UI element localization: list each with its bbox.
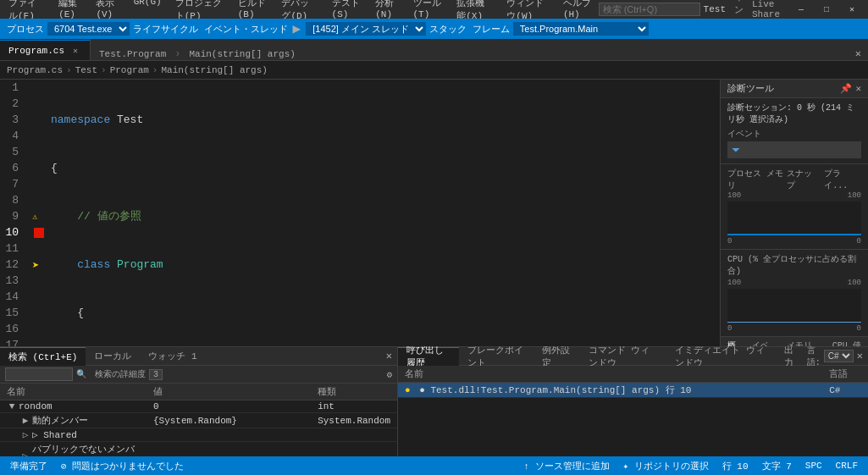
col-name: 名前 <box>0 384 147 400</box>
tab-command[interactable]: コマンド ウィンドウ <box>580 347 667 366</box>
debug-process-select[interactable]: 6704 Test.exe <box>47 22 130 36</box>
status-ready[interactable]: 準備完了 <box>7 460 51 472</box>
code-line-2: { <box>51 160 720 176</box>
breadcrumb-test-program[interactable]: Test.Program <box>99 49 166 59</box>
status-col[interactable]: 文字 7 <box>759 460 795 472</box>
breadcrumb-namespace[interactable]: Test <box>75 65 97 75</box>
event-icon: ⏷ <box>731 144 741 157</box>
row-name-nonpublic: ▷ パブリックでないメンバー <box>0 442 147 457</box>
memory-max-r: 100 <box>848 191 861 200</box>
window-controls: — □ ✕ <box>788 0 865 19</box>
call-col-name: 名前 <box>398 366 822 383</box>
close-button[interactable]: ✕ <box>839 0 865 19</box>
right-panel-header: 診断ツール 📌 ✕ <box>721 80 868 98</box>
tab-output[interactable]: 出力 <box>776 347 807 366</box>
debug-process-label: プロセス <box>7 23 44 36</box>
status-encoding[interactable]: CRLF <box>832 461 861 471</box>
bottom-right-content[interactable]: 名前 言語 ● ● Test.dll!Test.Program.Main(str… <box>398 366 868 456</box>
right-panel-close[interactable]: ✕ <box>855 83 861 94</box>
status-line[interactable]: 行 10 <box>719 460 752 472</box>
locals-table: 名前 値 種類 ▼ rondom 0 int <box>0 384 397 456</box>
breadcrumb-method[interactable]: Main(string[] args) <box>161 65 267 75</box>
row-name-dynamic: ▶ 動的メンバー <box>0 413 147 428</box>
breadcrumb-main[interactable]: Main(string[] args) <box>189 49 295 59</box>
tab-program-cs-close[interactable]: ✕ <box>69 45 81 57</box>
search-options-btn[interactable]: ⚙ <box>386 369 392 380</box>
row-type-shared <box>311 428 397 442</box>
current-line-arrow: ➤ <box>32 258 39 273</box>
tab-locals[interactable]: ローカル <box>86 347 140 366</box>
table-row[interactable]: ● ● Test.dll!Test.Program.Main(string[] … <box>398 383 868 398</box>
ln-3: 3 <box>0 112 24 128</box>
tree-expand-dynamic[interactable]: ▶ <box>20 416 30 426</box>
search-toolbar: 🔍 検索の詳細度 3 ⚙ <box>0 366 397 384</box>
tree-expand-shared[interactable]: ▷ <box>20 430 30 440</box>
ln-15: 15 <box>0 305 24 321</box>
status-errors[interactable]: ⊘ 問題はつかりませんでした <box>58 460 187 472</box>
row-type-dynamic: System.Random <box>311 413 397 428</box>
cpu-section: CPU (% 全プロセッサに占める割合) 100 100 0 0 <box>721 250 868 337</box>
title-search-input[interactable] <box>599 3 700 16</box>
minimize-button[interactable]: — <box>788 0 814 19</box>
table-row[interactable]: ▷ パブリックでないメンバー <box>0 442 397 457</box>
repo-text: ✦ リポジトリの選択 <box>623 460 709 472</box>
memory-chart-line <box>727 234 861 235</box>
table-row[interactable]: ▶ 動的メンバー {System.Random} System.Random <box>0 413 397 428</box>
table-row[interactable]: ▼ rondom 0 int <box>0 400 397 413</box>
right-panel: 診断ツール 📌 ✕ 診断セッション: 0 秒 (214 ミリ秒 選択済み) イベ… <box>720 80 868 346</box>
status-encoding-text: CRLF <box>836 461 858 471</box>
event-bar: ⏷ <box>727 141 861 158</box>
cpu-max: 100 <box>727 279 741 287</box>
tab-search[interactable]: 検索 (Ctrl+E) <box>0 347 86 366</box>
status-spaces[interactable]: SPC <box>802 461 826 471</box>
live-share-button[interactable]: Live Share <box>752 0 780 19</box>
bottom-left-close[interactable]: ✕ <box>386 350 392 362</box>
lang-select[interactable]: C# <box>824 350 854 362</box>
editor-close-btn[interactable]: ✕ <box>849 47 868 60</box>
cpu-scale-bottom: 0 0 <box>727 324 861 333</box>
ln-14: 14 <box>0 289 24 305</box>
call-col-lang: 言語 <box>822 366 868 383</box>
gutter: ➤ ⚠ <box>30 80 47 346</box>
code-content[interactable]: namespace Test { // 値の参照 class Program {… <box>47 80 720 346</box>
tab-callstack[interactable]: 呼び出し履歴 <box>398 347 459 366</box>
tab-exceptions[interactable]: 例外設定 <box>534 347 579 366</box>
bottom-left-content[interactable]: 名前 値 種類 ▼ rondom 0 int <box>0 384 397 456</box>
tree-expand-nonpublic[interactable]: ▷ <box>20 450 30 456</box>
code-line-4: class Program <box>51 257 720 273</box>
debug-thread-select[interactable]: [1452] メイン スレッド <box>306 22 426 36</box>
tree-expand-rondom[interactable]: ▼ <box>7 401 17 411</box>
row-label-nonpublic: パブリックでないメンバー <box>32 443 140 456</box>
search-detail-value[interactable]: 3 <box>149 369 163 380</box>
debug-stack-select[interactable]: Test.Program.Main <box>513 22 649 36</box>
row-value-dynamic: {System.Random} <box>147 413 311 428</box>
breakpoint-line10[interactable] <box>34 228 44 238</box>
ln-10: 10 <box>0 224 24 240</box>
breadcrumb-class[interactable]: Program <box>110 65 149 75</box>
tab-program-cs[interactable]: Program.cs ✕ <box>0 40 91 60</box>
ln-8: 8 <box>0 192 24 208</box>
memory-header: プロセス メモリ スナップ プライ... <box>727 168 861 191</box>
search-icon[interactable]: 🔍 <box>76 369 86 379</box>
status-right: ↑ ソース管理に追加 ✦ リポジトリの選択 行 10 文字 7 SPC CRLF <box>520 460 861 472</box>
memory-chart <box>727 202 861 235</box>
table-row[interactable]: ▷ ▷ Shared <box>0 428 397 442</box>
status-errors-text: ⊘ 問題はつかりませんでした <box>61 460 184 472</box>
search-input[interactable] <box>5 367 73 381</box>
bottom-right-close[interactable]: ✕ <box>857 350 863 362</box>
editor-tab-bar: Program.cs ✕ Test.Program › Main(string[… <box>0 39 868 61</box>
tab-immediate[interactable]: イミディエイト ウィンドウ <box>666 347 775 366</box>
row-value-rondom: 0 <box>147 400 311 413</box>
tab-breakpoints[interactable]: ブレークポイント <box>459 347 534 366</box>
status-ready-text: 準備完了 <box>10 460 47 472</box>
status-repo[interactable]: ✦ リポジトリの選択 <box>620 460 712 472</box>
tab-watch[interactable]: ウォッチ 1 <box>140 347 205 366</box>
maximize-button[interactable]: □ <box>814 0 839 19</box>
code-view[interactable]: 1 2 3 4 5 6 7 8 9 10 11 12 13 14 15 16 1… <box>0 80 720 346</box>
status-line-text: 行 10 <box>722 460 749 472</box>
ln-6: 6 <box>0 160 24 176</box>
code-line-1: namespace Test <box>51 112 720 128</box>
breadcrumb-file[interactable]: Program.cs <box>7 65 63 75</box>
right-panel-pin[interactable]: 📌 <box>840 83 852 94</box>
status-source-control[interactable]: ↑ ソース管理に追加 <box>520 460 612 472</box>
